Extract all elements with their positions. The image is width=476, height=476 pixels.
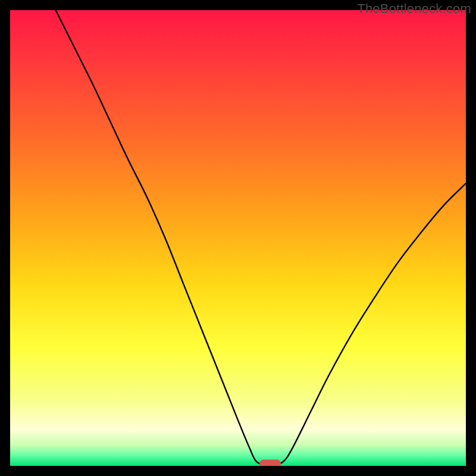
optimal-marker — [259, 460, 281, 466]
watermark-text: TheBottleneck.com — [357, 1, 471, 17]
svg-rect-0 — [10, 10, 466, 466]
gradient-background — [10, 10, 466, 466]
plot-area — [10, 10, 466, 466]
chart-container: TheBottleneck.com — [0, 0, 476, 476]
